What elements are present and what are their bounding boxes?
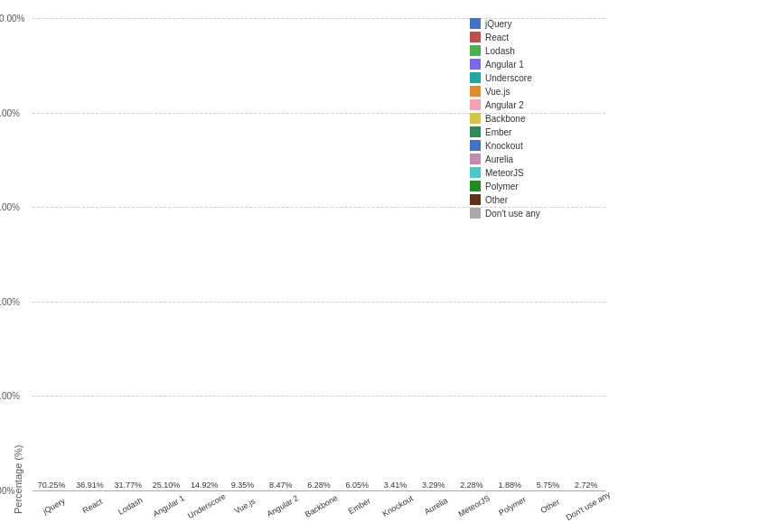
bar-group: 6.05%Ember	[338, 20, 376, 491]
legend-item: Underscore	[470, 72, 605, 83]
legend-item: Polymer	[470, 181, 605, 191]
legend-label: Ember	[485, 127, 511, 137]
grid-and-bars: 100.00%80.00%60.00%40.00%20.00%0.00% 70.…	[33, 18, 605, 514]
bar-value-label: 6.05%	[345, 481, 369, 490]
y-tick-label: 40.00%	[0, 297, 20, 307]
legend-color-box	[470, 154, 481, 164]
bar: 8.47%Angular 2	[266, 481, 296, 491]
legend-label: MeteorJS	[485, 168, 524, 178]
legend-color-box	[470, 59, 481, 70]
bar: 3.29%Aurelia	[418, 481, 449, 491]
legend-item: MeteorJS	[470, 167, 605, 178]
legend-item: Aurelia	[470, 154, 605, 164]
bar-value-label: 1.88%	[499, 481, 522, 490]
bar-group: 9.35%Vue.js	[223, 20, 261, 491]
legend-color-box	[470, 32, 481, 42]
legend-color-box	[470, 72, 481, 83]
legend-color-box	[470, 167, 481, 178]
bar: 2.28%MeteorJS	[456, 481, 487, 491]
bar-group: 3.29%Aurelia	[415, 20, 453, 491]
bar: 6.05%Ember	[342, 481, 372, 491]
bar-x-label: Ember	[347, 496, 372, 516]
bar-group: 6.28%Backbone	[300, 20, 338, 491]
legend-color-box	[470, 181, 481, 191]
bar-value-label: 3.41%	[384, 481, 407, 490]
legend-label: Backbone	[485, 114, 525, 124]
bar-value-label: 36.91%	[76, 481, 104, 490]
bar-group: 8.47%Angular 2	[262, 20, 300, 491]
y-tick-label: 60.00%	[0, 202, 20, 212]
legend-label: Polymer	[485, 182, 519, 191]
legend-label: Knockout	[485, 141, 523, 151]
bar-x-label: Don't use any	[565, 490, 612, 522]
legend-color-box	[470, 86, 481, 97]
legend-label: Underscore	[485, 73, 532, 83]
bar-x-label: Vue.js	[233, 497, 257, 516]
bar: 1.88%Polymer	[494, 481, 525, 491]
legend-item: Knockout	[470, 140, 605, 151]
bar-x-label: Underscore	[186, 491, 227, 520]
bar-value-label: 2.28%	[460, 481, 483, 490]
bar-x-label: Polymer	[497, 495, 528, 518]
bar: 5.75%Other	[533, 481, 564, 491]
legend-label: Aurelia	[485, 154, 513, 164]
legend-label: Angular 1	[485, 60, 524, 70]
legend-color-box	[470, 18, 481, 29]
bar-group: 25.10%Angular 1	[147, 20, 185, 491]
bar: 9.35%Vue.js	[228, 481, 258, 491]
bar-x-label: React	[80, 497, 103, 515]
legend-item: Don't use any	[470, 208, 605, 219]
bar: 25.10%Angular 1	[151, 481, 182, 491]
bar-x-label: Angular 2	[266, 493, 300, 518]
bar-group: 36.91%React	[70, 20, 108, 491]
legend-color-box	[470, 208, 481, 219]
y-axis-label: Percentage (%)	[9, 18, 23, 514]
y-tick-label: 20.00%	[0, 391, 20, 401]
legend-label: Vue.js	[485, 87, 510, 97]
legend-item: Backbone	[470, 113, 605, 124]
bar-value-label: 31.77%	[114, 481, 142, 490]
legend-item: Ember	[470, 126, 605, 137]
bar-group: 3.41%Knockout	[376, 20, 414, 491]
y-tick-label: 100.00%	[0, 14, 24, 23]
legend-item: jQuery	[470, 18, 605, 29]
bar-x-label: Aurelia	[423, 496, 449, 517]
bar-value-label: 14.92%	[191, 481, 219, 490]
bar-x-label: Knockout	[380, 494, 415, 518]
legend-item: Angular 1	[470, 59, 605, 70]
bar: 3.41%Knockout	[380, 481, 411, 491]
bar-group: 31.77%Lodash	[109, 20, 147, 491]
bar-value-label: 5.75%	[537, 481, 560, 490]
legend-label: React	[485, 33, 509, 42]
legend-label: jQuery	[485, 19, 511, 29]
legend-label: Other	[485, 195, 508, 205]
bar: 36.91%React	[74, 481, 105, 491]
bar-value-label: 70.25%	[38, 481, 66, 490]
legend-label: Lodash	[485, 46, 515, 56]
bar-value-label: 8.47%	[269, 481, 293, 490]
bar-group: 14.92%Underscore	[185, 20, 223, 491]
bar-x-label: MeteorJS	[456, 493, 491, 518]
legend-item: Lodash	[470, 45, 605, 56]
bar-value-label: 9.35%	[231, 481, 255, 490]
bar-x-label: jQuery	[42, 496, 67, 516]
legend-color-box	[470, 113, 481, 124]
bar-x-label: Backbone	[304, 493, 340, 519]
chart-area: Percentage (%) 100.00%80.00%60.00%40.00%…	[9, 18, 750, 514]
bar: 70.25%jQuery	[36, 481, 67, 491]
bar-x-label: Other	[539, 497, 561, 515]
legend-color-box	[470, 140, 481, 151]
bar-value-label: 25.10%	[153, 481, 181, 490]
legend-item: Other	[470, 194, 605, 205]
legend: jQueryReactLodashAngular 1UnderscoreVue.…	[470, 18, 605, 219]
legend-label: Don't use any	[485, 209, 540, 219]
legend-color-box	[470, 194, 481, 205]
chart-inner: 100.00%80.00%60.00%40.00%20.00%0.00% 70.…	[23, 18, 750, 514]
bar-value-label: 2.72%	[575, 481, 598, 490]
legend-item: Angular 2	[470, 99, 605, 110]
legend-item: Vue.js	[470, 86, 605, 97]
bar: 2.72%Don't use any	[571, 481, 602, 491]
bar-value-label: 6.28%	[307, 481, 331, 490]
bar: 31.77%Lodash	[113, 481, 144, 491]
bar-x-label: Lodash	[117, 496, 145, 517]
